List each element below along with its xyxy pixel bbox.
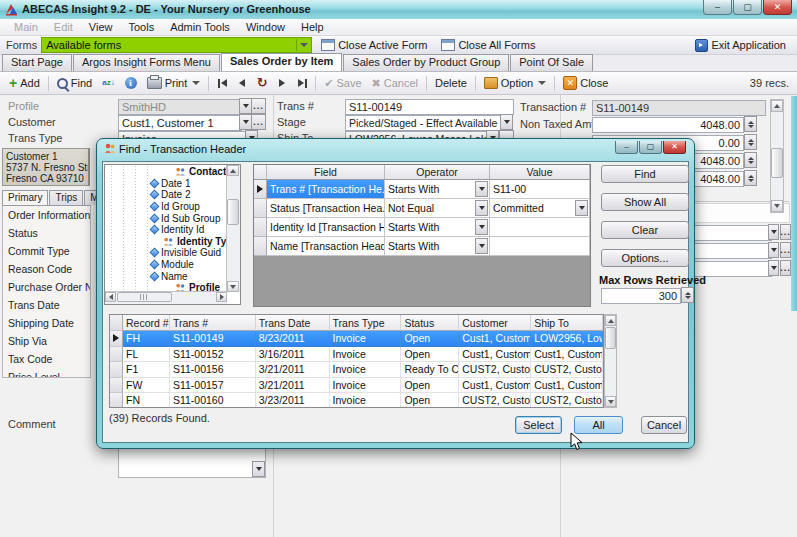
filter-row[interactable]: Identity Id [Transaction H...Starts With [254,218,590,237]
chevron-down-icon[interactable] [296,39,310,51]
available-forms-combo[interactable]: Available forms [41,37,312,53]
filter-operator-combo[interactable]: Starts With [385,180,490,199]
comment-dropdown-button[interactable] [252,461,265,477]
menu-help[interactable]: Help [293,20,332,34]
filter-row-selector[interactable] [254,237,267,256]
sidebar-item-order-information[interactable]: Order Information [3,206,90,224]
tab-sales-order-by-product-group[interactable]: Sales Order by Product Group [343,54,509,71]
max-rows-spinner[interactable] [681,287,694,303]
filter-value-cell[interactable] [490,237,590,256]
filter-grid[interactable]: FieldOperatorValueTrans # [Transaction H… [253,164,591,307]
last-record-button[interactable] [292,75,312,91]
refresh-button[interactable]: ↻ [252,75,272,91]
row-selector[interactable] [110,393,123,408]
results-header-trans-type[interactable]: Trans Type [330,315,402,331]
menu-admin-tools[interactable]: Admin Tools [162,20,238,34]
cancel-button-dialog[interactable]: Cancel [641,416,687,434]
row-selector[interactable] [110,362,123,378]
filter-row-selector[interactable] [254,180,267,199]
close-active-form-button[interactable]: Close Active Form [316,39,432,51]
sidebar-item-status[interactable]: Status [3,224,90,242]
customer-lookup-button[interactable]: ... [251,114,266,130]
maximize-button[interactable]: ▢ [733,0,762,15]
show-all-button[interactable]: Show All [601,193,689,211]
sort-button[interactable]: az↓ [97,78,119,88]
select-button[interactable]: Select [515,416,562,434]
table-row[interactable]: FNS11-001603/23/2011InvoiceOpenCUST2, Cu… [110,393,603,408]
results-header-status[interactable]: Status [401,315,459,331]
menu-view[interactable]: View [81,20,121,34]
max-rows-input[interactable]: 300 [601,288,681,304]
detail-lookup-button[interactable]: ... [780,224,791,240]
tree-item-contact[interactable]: Contact [105,166,227,178]
row-selector[interactable] [110,331,123,347]
table-row[interactable]: FLS11-001523/16/2011InvoiceOpenCust1, Cu… [110,347,603,363]
print-button[interactable]: Print [142,76,206,90]
sidebar-item-reason-code[interactable]: Reason Code [3,260,90,278]
right-panel-scrollbar[interactable] [770,99,784,213]
filter-field-cell[interactable]: Status [Transaction Hea... [267,199,385,218]
filter-row-selector[interactable] [254,218,267,237]
first-record-button[interactable] [212,75,232,91]
tree-vertical-scrollbar[interactable] [226,165,240,292]
results-header-trans-[interactable]: Trans # [170,315,256,331]
minimize-button[interactable]: – [703,0,732,15]
tree-item-identity-type[interactable]: Identity Type [105,236,227,248]
sidebar-tab-primary[interactable]: Primary [2,190,48,205]
close-button[interactable]: ✕ [763,0,792,15]
chevron-down-icon[interactable] [475,219,488,235]
dialog-maximize-button[interactable]: ▢ [639,141,662,154]
tree-item-module[interactable]: Module [105,259,227,271]
amount-spinner[interactable] [744,152,757,168]
tab-point-of-sale[interactable]: Point Of Sale [510,54,593,71]
exit-application-button[interactable]: Exit Application [690,39,791,52]
filter-row[interactable]: Name [Transaction Head...Starts With [254,237,590,256]
menu-window[interactable]: Window [238,20,293,34]
sidebar-item-price-level[interactable]: Price Level [3,368,90,378]
add-button[interactable]: +Add [4,76,45,90]
filter-operator-combo[interactable]: Starts With [385,237,490,256]
filter-operator-combo[interactable]: Starts With [385,218,490,237]
detail-lookup-button[interactable]: ... [780,242,791,258]
detail-dropdown-button[interactable] [768,242,779,258]
tree-item-id-group[interactable]: Id Group [105,201,227,213]
tree-item-identity-id[interactable]: Identity Id [105,224,227,236]
results-header-customer[interactable]: Customer [459,315,531,331]
delete-button[interactable]: Delete [430,76,472,90]
trans-no-field[interactable]: S11-00149 [345,99,514,115]
tab-start-page[interactable]: Start Page [2,54,72,71]
dialog-close-button[interactable]: ✕ [663,141,686,154]
comment-combo[interactable] [118,445,266,478]
stage-dropdown-button[interactable] [500,114,513,130]
stage-field[interactable]: Picked/Staged - Effect Available [345,115,502,131]
tree-item-date-1[interactable]: Date 1 [105,178,227,190]
sidebar-item-trans-date[interactable]: Trans Date [3,296,90,314]
tab-sales-order-by-item[interactable]: Sales Order by Item [221,53,342,71]
filter-field-cell[interactable]: Trans # [Transaction He... [267,180,385,199]
filter-value-cell[interactable] [490,218,590,237]
clear-button[interactable]: Clear [601,221,689,239]
filter-row-selector[interactable] [254,199,267,218]
results-header-ship-to[interactable]: Ship To [531,315,603,331]
customer-field[interactable]: Cust1, Customer 1 [118,115,242,131]
filter-value-cell[interactable]: Committed [490,199,590,218]
tree-item-invisible-guid[interactable]: Invisible Guid [105,247,227,259]
results-header-trans-date[interactable]: Trans Date [256,315,330,331]
tree-item-name[interactable]: Name [105,270,227,282]
table-row[interactable]: FWS11-001573/21/2011InvoiceOpenCust1, Cu… [110,378,603,394]
sidebar-item-ship-via[interactable]: Ship Via [3,332,90,350]
close-form-button[interactable]: ✕Close [558,75,613,91]
tree-horizontal-scrollbar[interactable] [105,291,227,304]
sidebar-tab-trips[interactable]: Trips [49,190,83,205]
detail-dropdown-button[interactable] [768,260,779,276]
menu-tools[interactable]: Tools [120,20,162,34]
filter-row[interactable]: Trans # [Transaction He...Starts WithS11… [254,180,590,199]
filter-field-cell[interactable]: Identity Id [Transaction H... [267,218,385,237]
chevron-down-icon[interactable] [575,200,588,216]
table-row[interactable]: F1S11-001563/21/2011InvoiceReady To Co..… [110,362,603,378]
options-button[interactable]: Options... [601,249,689,267]
previous-record-button[interactable] [232,75,252,91]
chevron-down-icon[interactable] [475,200,488,216]
table-row[interactable]: FHS11-001498/23/2011InvoiceOpenCust1, Cu… [110,331,603,347]
filter-value-cell[interactable]: S11-00 [490,180,590,199]
